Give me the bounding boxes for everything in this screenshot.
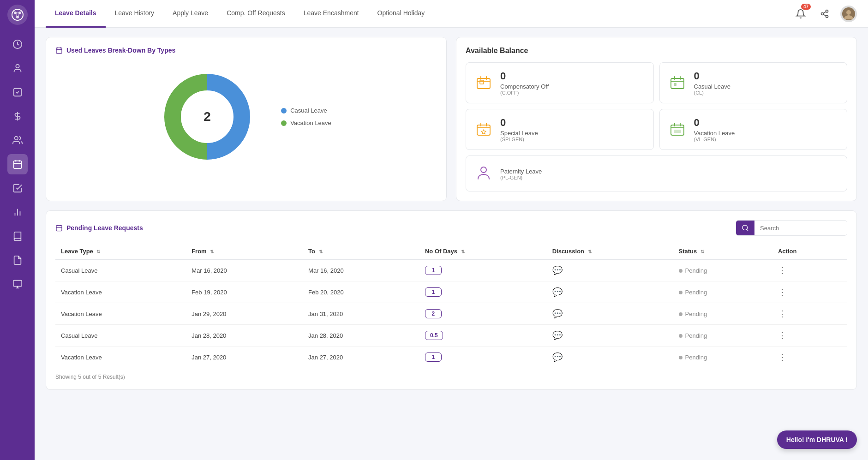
cell-leave-type: Casual Leave <box>55 325 186 346</box>
notification-badge: 47 <box>801 4 811 10</box>
svg-point-22 <box>821 12 824 15</box>
cell-discussion[interactable]: 💬 <box>547 281 673 303</box>
casual-leave-label: Casual Leave <box>694 83 731 90</box>
leave-table: Leave Type ⇅ From ⇅ To ⇅ No Of Days <box>55 243 847 368</box>
casual-leave-value: 0 <box>694 70 731 82</box>
col-leave-type: Leave Type ⇅ <box>55 243 186 260</box>
sidebar-item-reports[interactable] <box>7 178 28 198</box>
sidebar-item-analytics[interactable] <box>7 202 28 222</box>
vacation-color <box>281 120 287 126</box>
comp-off-label: Compensatory Off <box>500 83 549 90</box>
tab-leave-history[interactable]: Leave History <box>106 0 164 28</box>
svg-point-8 <box>16 65 19 68</box>
pending-title: Pending Leave Requests <box>55 224 143 232</box>
chart-title: Used Leaves Break-Down By Types <box>55 47 437 54</box>
cell-status: Pending <box>673 325 772 346</box>
sort-from-icon[interactable]: ⇅ <box>210 249 214 254</box>
cell-action[interactable]: ⋮ <box>772 346 847 368</box>
cell-discussion[interactable]: 💬 <box>547 260 673 281</box>
sort-leave-type-icon[interactable]: ⇅ <box>96 249 100 254</box>
tab-comp-off[interactable]: Comp. Off Requests <box>217 0 294 28</box>
cell-from: Mar 16, 2020 <box>186 260 303 281</box>
sort-status-icon[interactable]: ⇅ <box>700 249 704 254</box>
sidebar-item-book[interactable] <box>7 226 28 246</box>
pending-section: Pending Leave Requests <box>46 210 857 390</box>
sort-days-icon[interactable]: ⇅ <box>461 249 465 254</box>
svg-rect-11 <box>13 161 21 169</box>
sidebar-item-calendar[interactable] <box>7 154 28 174</box>
tab-apply-leave[interactable]: Apply Leave <box>163 0 217 28</box>
cell-action[interactable]: ⋮ <box>772 281 847 303</box>
vacation-leave-value: 0 <box>694 117 735 129</box>
cell-action[interactable]: ⋮ <box>772 325 847 346</box>
sidebar-item-team-analytics[interactable] <box>7 274 28 294</box>
search-input[interactable] <box>754 221 847 235</box>
special-leave-code: (SPLGEN) <box>500 137 538 142</box>
cell-leave-type: Vacation Leave <box>55 281 186 303</box>
calendar-icon <box>55 47 63 54</box>
tab-leave-encashment[interactable]: Leave Encashment <box>294 0 368 28</box>
action-menu-button[interactable]: ⋮ <box>778 352 786 362</box>
notification-button[interactable]: 47 <box>792 6 809 22</box>
donut-center-value: 2 <box>204 109 211 124</box>
svg-rect-28 <box>56 48 62 54</box>
cell-days: 1 <box>419 346 547 368</box>
cell-days: 1 <box>419 281 547 303</box>
tab-leave-details[interactable]: Leave Details <box>46 0 106 28</box>
chart-legend: Casual Leave Vacation Leave <box>281 107 331 126</box>
svg-rect-18 <box>13 281 21 287</box>
balance-card-comp-off: 0 Compensatory Off (C.OFF) <box>466 62 654 103</box>
cell-leave-type: Vacation Leave <box>55 346 186 368</box>
svg-point-10 <box>14 137 18 140</box>
table-row: Vacation Leave Jan 29, 2020 Jan 31, 2020… <box>55 303 847 325</box>
app-logo[interactable] <box>7 5 28 25</box>
cell-discussion[interactable]: 💬 <box>547 303 673 325</box>
sidebar-item-dashboard[interactable] <box>7 34 28 54</box>
cell-leave-type: Casual Leave <box>55 260 186 281</box>
sort-discussion-icon[interactable]: ⇅ <box>588 249 592 254</box>
share-button[interactable] <box>816 6 833 22</box>
balance-card-casual: 0 Casual Leave (CL) <box>659 62 848 103</box>
cell-days: 1 <box>419 260 547 281</box>
balance-section: Available Balance <box>456 37 857 201</box>
search-button[interactable] <box>736 221 754 235</box>
cell-discussion[interactable]: 💬 <box>547 346 673 368</box>
svg-point-27 <box>846 10 851 15</box>
user-avatar[interactable] <box>840 6 857 22</box>
casual-leave-icon <box>667 73 688 93</box>
special-leave-label: Special Leave <box>500 130 538 137</box>
col-to: To ⇅ <box>303 243 419 260</box>
topnav-actions: 47 <box>792 6 857 22</box>
col-discussion: Discussion ⇅ <box>547 243 673 260</box>
balance-grid: 0 Compensatory Off (C.OFF) <box>466 62 847 191</box>
chatbot-button[interactable]: Hello! I'm DHRUVA ! <box>777 430 857 449</box>
action-menu-button[interactable]: ⋮ <box>778 287 786 297</box>
cell-action[interactable]: ⋮ <box>772 303 847 325</box>
action-menu-button[interactable]: ⋮ <box>778 330 786 341</box>
cell-discussion[interactable]: 💬 <box>547 325 673 346</box>
cell-action[interactable]: ⋮ <box>772 260 847 281</box>
sidebar-item-tasks[interactable] <box>7 82 28 102</box>
cell-from: Jan 28, 2020 <box>186 325 303 346</box>
table-footer: Showing 5 out of 5 Result(s) <box>55 374 847 380</box>
sidebar-item-payroll[interactable] <box>7 106 28 126</box>
casual-leave-code: (CL) <box>694 90 731 96</box>
vacation-leave-label: Vacation Leave <box>694 130 735 137</box>
action-menu-button[interactable]: ⋮ <box>778 309 786 319</box>
tab-optional-holiday[interactable]: Optional Holiday <box>368 0 434 28</box>
svg-line-60 <box>747 229 748 231</box>
page-content: Used Leaves Break-Down By Types 2 <box>35 28 868 460</box>
main-content: Leave Details Leave History Apply Leave … <box>35 0 868 460</box>
cell-leave-type: Vacation Leave <box>55 303 186 325</box>
svg-rect-55 <box>56 226 62 231</box>
special-leave-value: 0 <box>500 117 538 129</box>
chart-area: 2 Casual Leave Vacation Leave <box>55 61 437 172</box>
col-from: From ⇅ <box>186 243 303 260</box>
balance-card-vacation: 0 Vacation Leave (VL-GEN) <box>659 109 848 150</box>
action-menu-button[interactable]: ⋮ <box>778 265 786 275</box>
sidebar-item-documents[interactable] <box>7 250 28 270</box>
sidebar-item-hr[interactable] <box>7 130 28 150</box>
sidebar-item-people[interactable] <box>7 58 28 78</box>
sort-to-icon[interactable]: ⇅ <box>319 249 323 254</box>
svg-point-23 <box>826 15 828 18</box>
